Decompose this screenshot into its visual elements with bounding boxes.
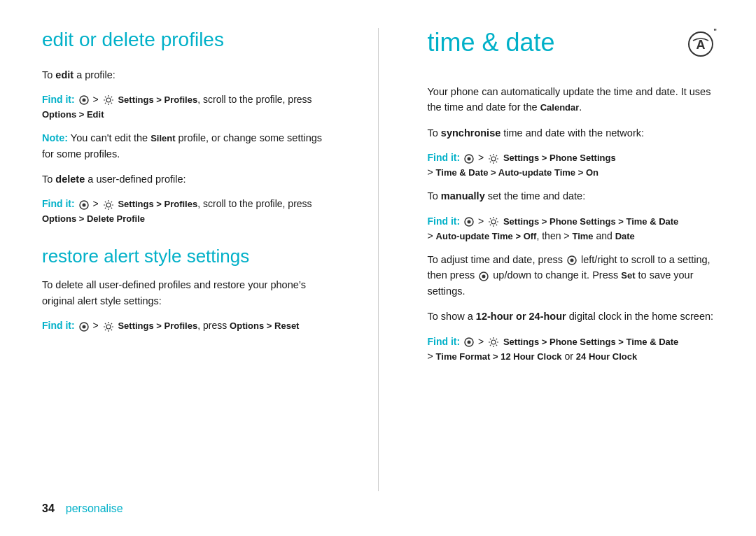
nav-circle-icon6	[567, 255, 577, 265]
findit-manual-date: Date	[615, 231, 635, 241]
section1-title: edit or delete profiles	[42, 28, 329, 52]
delete-bold: delete	[55, 174, 85, 185]
findit3-label: Find it:	[42, 320, 75, 331]
svg-point-23	[491, 340, 496, 344]
gear-icon3	[103, 321, 114, 332]
findit-manual-time: Time	[572, 231, 593, 241]
right-column: time & date A " Your phone can automatic…	[428, 28, 715, 491]
findit3-line: Find it: > Settings > Pr	[42, 318, 329, 333]
gear-icon2	[103, 199, 114, 211]
note-label: Note:	[42, 132, 68, 143]
findit-clock-line: Find it: > Settings > Phone Settings > T…	[428, 334, 715, 364]
svg-point-15	[468, 220, 471, 224]
footer: 34 personalise	[42, 491, 714, 515]
page: edit or delete profiles To edit a profil…	[0, 0, 756, 536]
svg-point-2	[106, 98, 111, 102]
manually-para: To manually set the time and date:	[428, 188, 715, 204]
findit3-settings: Settings > Profiles	[118, 320, 197, 331]
findit2-label: Find it:	[42, 198, 75, 209]
adjust-para: To adjust time and date, press left/righ…	[428, 252, 715, 299]
findit-manual-gear-icon	[486, 216, 503, 227]
svg-point-13	[491, 157, 496, 161]
restore-para: To delete all user-defined profiles and …	[42, 277, 329, 309]
findit-clock-settings: Settings > Phone Settings > Time & Date	[503, 337, 678, 347]
gear-icon5	[488, 216, 499, 227]
findit-clock-path: Time Format > 12 Hour Clock	[436, 351, 562, 362]
section2-title: restore alert style settings	[42, 246, 329, 267]
findit-clock-label: Find it:	[428, 336, 461, 347]
manually-bold: manually	[441, 190, 485, 202]
gear-icon4	[488, 153, 499, 164]
language-globe-icon: A	[687, 31, 714, 57]
findit1-label: Find it:	[42, 94, 75, 105]
language-sub-icon: "	[713, 28, 717, 36]
findit-manual-settings: Settings > Phone Settings > Time & Date	[503, 216, 678, 227]
gear-icon6	[488, 337, 499, 348]
findit3-gear-icon	[102, 320, 118, 331]
findit-manual-line: Find it: > Settings > Phone Settings > T…	[428, 214, 715, 244]
content-area: edit or delete profiles To edit a profil…	[42, 28, 714, 491]
edit-bold: edit	[55, 69, 74, 80]
findit-manual-path: Auto-update Time > Off	[436, 231, 537, 241]
column-divider	[378, 28, 379, 491]
time-date-para1: Your phone can automatically update the …	[428, 84, 715, 115]
svg-point-20	[482, 274, 486, 278]
findit-sync-label: Find it:	[428, 152, 461, 163]
nav-circle-icon4	[464, 154, 474, 164]
calendar-label: Calendar	[540, 102, 580, 113]
findit2-gear-icon	[102, 198, 118, 209]
section-restore-alert: restore alert style settings To delete a…	[42, 246, 329, 333]
nav-circle-icon8	[464, 337, 474, 347]
findit-clock-gear-icon	[486, 336, 503, 347]
findit2-settings: Settings > Profiles	[118, 199, 197, 209]
nav-circle-icon5	[464, 217, 474, 227]
findit2-options: Options > Delete Profile	[42, 213, 145, 224]
findit-sync-path: Time & Date > Auto-update Time > On	[436, 167, 598, 178]
findit-sync-line: Find it: > Settings > Phone Settings > T…	[428, 150, 715, 180]
findit-sync-nav-icon	[463, 152, 478, 163]
language-icon-container: A "	[687, 31, 714, 59]
silent-label: Silent	[150, 133, 175, 143]
synchronise-para: To synchronise time and date with the ne…	[428, 125, 715, 141]
right-header: time & date A "	[428, 28, 715, 73]
gear-icon1	[103, 94, 114, 106]
findit2-line: Find it: > Settings > Pr	[42, 197, 329, 226]
note-text: Note: You can't edit the Silent profile,…	[42, 130, 329, 162]
svg-point-1	[82, 99, 85, 102]
nav-circle-icon2	[79, 200, 89, 210]
findit-sync-gear-icon	[486, 152, 503, 163]
findit3-options: Options > Reset	[230, 320, 299, 331]
findit-manual-label: Find it:	[428, 216, 461, 227]
left-column: edit or delete profiles To edit a profil…	[42, 28, 329, 491]
delete-profile-intro: To delete a user-defined profile:	[42, 171, 329, 187]
nav-circle-icon7	[479, 271, 489, 281]
findit1-settings: Settings > Profiles	[118, 94, 197, 105]
svg-point-4	[82, 203, 85, 206]
svg-text:A: A	[696, 38, 706, 52]
findit-clock-nav-icon	[463, 336, 478, 347]
nav-circle-icon1	[79, 95, 89, 105]
svg-point-12	[468, 157, 471, 160]
findit1-line: Find it: >	[42, 92, 329, 122]
svg-point-5	[106, 203, 111, 207]
hour-bold: 12-hour or 24-hour	[476, 311, 566, 322]
set-label: Set	[621, 270, 635, 281]
svg-point-18	[570, 259, 573, 262]
findit3-nav-icon	[78, 320, 93, 331]
section-time-date-title: time & date	[428, 28, 555, 57]
svg-point-8	[106, 325, 111, 329]
findit1-options: Options > Edit	[42, 109, 104, 120]
svg-point-22	[468, 341, 471, 344]
svg-point-7	[82, 325, 85, 328]
section-edit-delete-profiles: edit or delete profiles To edit a profil…	[42, 28, 329, 226]
clock-para: To show a 12-hour or 24-hour digital clo…	[428, 309, 715, 324]
findit-clock-24: 24 Hour Clock	[576, 351, 637, 362]
page-label: personalise	[66, 502, 123, 515]
findit-manual-nav-icon	[463, 216, 478, 227]
synchronise-bold: synchronise	[441, 127, 500, 139]
findit1-nav-icon	[78, 94, 93, 105]
edit-profile-intro: To edit a profile:	[42, 67, 329, 83]
findit1-gear-icon	[102, 94, 118, 105]
nav-circle-icon3	[79, 322, 89, 332]
page-number: 34	[42, 502, 55, 515]
